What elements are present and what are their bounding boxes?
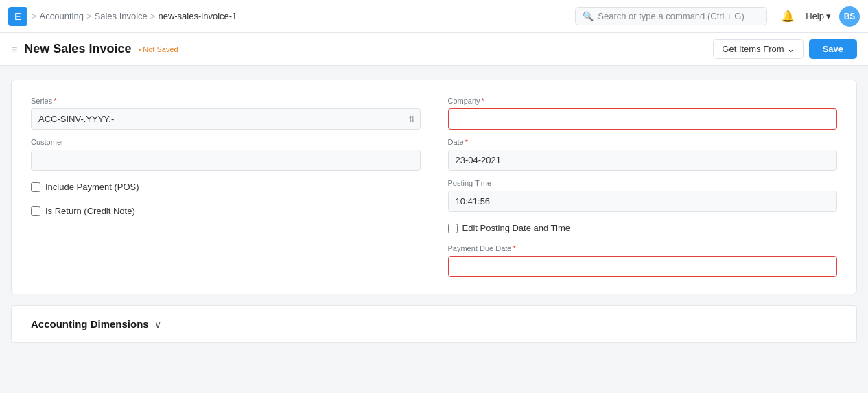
series-group: Series* ACC-SINV-.YYYY.- ⇅ — [31, 97, 421, 130]
breadcrumb-sep-1: > — [86, 11, 92, 21]
is-return-label[interactable]: Is Return (Credit Note) — [45, 206, 135, 216]
breadcrumb-sep-0: > — [32, 11, 37, 21]
help-chevron-icon: ▾ — [826, 11, 831, 21]
date-required-marker: * — [465, 138, 468, 146]
topbar-right: 🔔 Help ▾ BS — [778, 6, 860, 27]
page-header-right: Get Items From ⌄ Save — [713, 39, 857, 59]
series-required-marker: * — [54, 97, 56, 105]
search-bar[interactable]: 🔍 Search or type a command (Ctrl + G) — [575, 7, 767, 25]
topbar: E > Accounting > Sales Invoice > new-sal… — [0, 0, 868, 33]
form-grid: Series* ACC-SINV-.YYYY.- ⇅ Customer — [31, 97, 837, 277]
payment-due-required-marker: * — [513, 244, 515, 252]
date-input[interactable] — [448, 150, 838, 171]
status-badge: • Not Saved — [138, 45, 178, 53]
customer-input[interactable] — [31, 150, 421, 171]
breadcrumb-current: new-sales-invoice-1 — [158, 11, 237, 21]
payment-due-label: Payment Due Date* — [448, 244, 838, 252]
edit-posting-checkbox[interactable] — [448, 224, 458, 233]
page-header: ≡ New Sales Invoice • Not Saved Get Item… — [0, 33, 868, 66]
company-input[interactable] — [448, 108, 838, 130]
series-label: Series* — [31, 97, 421, 105]
search-placeholder-text: Search or type a command (Ctrl + G) — [598, 11, 744, 21]
series-select-wrapper: ACC-SINV-.YYYY.- ⇅ — [31, 108, 421, 130]
content-area: Series* ACC-SINV-.YYYY.- ⇅ Customer — [0, 66, 868, 357]
posting-time-label: Posting Time — [448, 179, 838, 187]
accounting-dimensions-section[interactable]: Accounting Dimensions ∨ — [11, 305, 857, 343]
is-return-group: Is Return (Credit Note) — [31, 203, 421, 219]
company-group: Company* — [448, 97, 838, 130]
date-label: Date* — [448, 138, 838, 146]
company-required-marker: * — [482, 97, 484, 105]
include-payment-group: Include Payment (POS) — [31, 179, 421, 195]
notifications-icon[interactable]: 🔔 — [778, 7, 797, 26]
status-text: Not Saved — [143, 45, 178, 53]
edit-posting-group: Edit Posting Date and Time — [448, 220, 838, 236]
breadcrumb-sep-2: > — [150, 11, 156, 21]
company-label: Company* — [448, 97, 838, 105]
date-group: Date* — [448, 138, 838, 171]
get-items-chevron-icon: ⌄ — [787, 44, 795, 54]
is-return-checkbox[interactable] — [31, 206, 40, 216]
form-right-col: Company* Date* Posting Time — [448, 97, 838, 277]
get-items-button[interactable]: Get Items From ⌄ — [713, 39, 803, 59]
avatar[interactable]: BS — [839, 6, 860, 27]
customer-label: Customer — [31, 138, 421, 146]
main-form-card: Series* ACC-SINV-.YYYY.- ⇅ Customer — [11, 80, 857, 294]
page-header-left: ≡ New Sales Invoice • Not Saved — [11, 42, 178, 56]
status-dot: • — [138, 45, 141, 53]
save-button[interactable]: Save — [809, 39, 857, 59]
form-left-col: Series* ACC-SINV-.YYYY.- ⇅ Customer — [31, 97, 421, 277]
help-button[interactable]: Help ▾ — [806, 11, 831, 21]
accounting-dimensions-chevron-icon: ∨ — [154, 319, 161, 330]
breadcrumb-accounting[interactable]: Accounting — [40, 11, 84, 21]
include-payment-label[interactable]: Include Payment (POS) — [45, 182, 139, 192]
customer-group: Customer — [31, 138, 421, 171]
search-icon: 🔍 — [583, 11, 594, 21]
include-payment-checkbox[interactable] — [31, 182, 40, 192]
accounting-dimensions-title: Accounting Dimensions — [31, 318, 149, 330]
hamburger-icon[interactable]: ≡ — [11, 43, 17, 56]
series-select[interactable]: ACC-SINV-.YYYY.- — [31, 108, 421, 130]
breadcrumb: > Accounting > Sales Invoice > new-sales… — [32, 11, 571, 21]
edit-posting-label[interactable]: Edit Posting Date and Time — [462, 223, 571, 233]
posting-time-group: Posting Time — [448, 179, 838, 212]
posting-time-input[interactable] — [448, 191, 838, 212]
app-logo[interactable]: E — [8, 7, 27, 26]
payment-due-group: Payment Due Date* — [448, 244, 838, 277]
payment-due-input[interactable] — [448, 256, 838, 277]
breadcrumb-sales-invoice[interactable]: Sales Invoice — [95, 11, 148, 21]
page-title: New Sales Invoice — [24, 42, 131, 56]
